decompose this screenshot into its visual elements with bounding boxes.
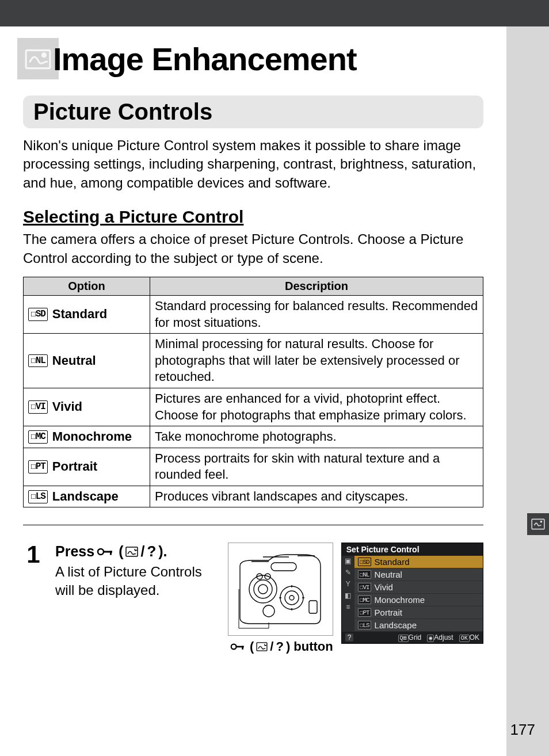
picture-control-code-icon: ☐MC: [358, 595, 371, 604]
svg-point-3: [42, 54, 45, 57]
svg-point-11: [258, 585, 268, 594]
option-name: Neutral: [52, 353, 96, 369]
svg-point-15: [285, 591, 299, 605]
svg-rect-6: [110, 551, 112, 555]
wrench-icon: Y: [346, 580, 350, 588]
step-head-prefix: Press: [55, 543, 94, 560]
protect-key-icon: [97, 546, 116, 558]
step-heading: Press (: [55, 543, 216, 560]
lcd-item-label: Portrait: [375, 608, 402, 617]
option-name: Monochrome: [52, 429, 132, 445]
ok-icon: OK: [459, 635, 470, 642]
option-name: Portrait: [52, 459, 97, 475]
lcd-item-label: Neutral: [375, 570, 402, 579]
picture-control-code-icon: ☐PT: [358, 608, 371, 617]
svg-point-1: [540, 521, 542, 522]
svg-point-14: [280, 586, 303, 609]
lcd-list-item: ☐MCMonochrome: [354, 594, 483, 606]
svg-point-10: [254, 580, 272, 598]
section-heading: Picture Controls: [33, 99, 473, 125]
picture-control-code-icon: ☐PT: [28, 460, 48, 474]
option-description: Take monochrome photographs.: [150, 426, 483, 448]
option-description: Standard processing for balanced results…: [150, 295, 483, 333]
lcd-foot-grid: Grid: [409, 633, 422, 642]
lcd-list-item: ☐LSLandscape: [354, 619, 483, 632]
figure-caption: ( / ? ) button: [230, 639, 333, 654]
help-icon: ?: [147, 543, 156, 560]
svg-point-9: [249, 575, 277, 603]
svg-rect-7: [126, 547, 138, 556]
option-description: Produces vibrant landscapes and cityscap…: [150, 486, 483, 507]
lcd-item-label: Monochrome: [375, 595, 425, 605]
table-row: ☐LSLandscapeProduces vibrant landscapes …: [24, 486, 483, 507]
step-head-suffix: ).: [158, 543, 167, 560]
picture-control-code-icon: ☐NL: [358, 570, 371, 579]
svg-point-17: [263, 605, 274, 617]
option-description: Pictures are enhanced for a vivid, photo…: [150, 388, 483, 426]
picture-control-code-icon: ☐SD: [358, 558, 371, 566]
lcd-preview: Set Picture Control ▣ ✎ Y ◧ ≡ ☐SDStandar…: [341, 543, 483, 654]
protect-key-icon: [230, 642, 247, 652]
lcd-item-label: Vivid: [375, 582, 393, 592]
dpad-icon: ◉: [427, 635, 434, 642]
table-row: ☐MCMonochromeTake monochrome photographs…: [24, 426, 483, 448]
picture-icon: [256, 642, 268, 651]
table-row: ☐PTPortraitProcess portraits for skin wi…: [24, 448, 483, 486]
lcd-item-label: Landscape: [375, 620, 417, 630]
subsection-intro: The camera offers a choice of preset Pic…: [23, 230, 483, 268]
lcd-footer: ? Q⊞Grid ◉Adjust OKOK: [342, 632, 483, 643]
picture-control-code-icon: ☐SD: [28, 308, 48, 321]
svg-rect-18: [309, 601, 317, 613]
section-tab-icon: [527, 513, 549, 535]
caption-suffix: ) button: [286, 639, 333, 654]
picture-control-code-icon: ☐LS: [28, 490, 48, 503]
lcd-list-item: ☐NLNeutral: [354, 568, 483, 581]
table-row: ☐VIVividPictures are enhanced for a vivi…: [24, 388, 483, 426]
table-header-description: Description: [150, 277, 483, 295]
lcd-list-item: ☐PTPortrait: [354, 606, 483, 619]
menu-icon: ≡: [346, 603, 350, 611]
intro-paragraph: Nikon's unique Picture Control system ma…: [23, 136, 483, 192]
picture-icon: [125, 547, 138, 557]
lcd-title: Set Picture Control: [342, 543, 483, 556]
step-body: A list of Picture Controls will be displ…: [55, 563, 216, 598]
section-heading-box: Picture Controls: [23, 96, 483, 128]
table-row: ☐SDStandardStandard processing for balan…: [24, 295, 483, 333]
lcd-side-icons: ▣ ✎ Y ◧ ≡: [342, 556, 354, 632]
table-header-option: Option: [24, 277, 150, 295]
svg-point-16: [289, 595, 294, 600]
table-row: ☐NLNeutralMinimal processing for natural…: [24, 334, 483, 388]
picture-control-code-icon: ☐NL: [28, 354, 48, 368]
top-bar: [0, 0, 549, 26]
help-icon: ?: [276, 639, 283, 654]
step-head-slash: /: [140, 543, 144, 560]
lcd-item-label: Standard: [375, 557, 410, 567]
picture-control-code-icon: ☐VI: [28, 400, 48, 414]
camera-mode-icon: ▣: [345, 557, 351, 565]
help-icon: ?: [345, 633, 354, 642]
svg-rect-8: [271, 563, 296, 571]
subsection-heading: Selecting a Picture Control: [23, 207, 483, 227]
picture-control-code-icon: ☐VI: [358, 583, 371, 591]
svg-point-19: [231, 644, 237, 650]
option-description: Minimal processing for natural results. …: [150, 334, 483, 388]
chapter-header: Image Enhancement: [17, 38, 483, 79]
retouch-icon: ◧: [345, 591, 351, 600]
side-strip: 177: [506, 26, 549, 756]
lcd-list-item: ☐SDStandard: [354, 556, 483, 568]
step-1: 1 Press (: [23, 543, 483, 654]
option-name: Standard: [52, 306, 107, 323]
svg-rect-21: [242, 646, 243, 650]
pencil-icon: ✎: [345, 568, 351, 576]
content-area: Image Enhancement Picture Controls Nikon…: [0, 26, 506, 756]
lcd-foot-adjust: Adjust: [434, 633, 453, 642]
step-head-paren-open: (: [119, 543, 123, 560]
option-name: Vivid: [52, 399, 82, 415]
step-number: 1: [23, 543, 44, 567]
lcd-foot-ok: OK: [470, 633, 479, 642]
picture-control-code-icon: ☐LS: [358, 621, 371, 629]
page: 177 Image Enhancement Picture Controls N…: [0, 0, 549, 756]
picture-control-table: Option Description ☐SDStandardStandard p…: [23, 277, 483, 508]
picture-control-code-icon: ☐MC: [28, 430, 48, 444]
option-name: Landscape: [52, 488, 119, 505]
